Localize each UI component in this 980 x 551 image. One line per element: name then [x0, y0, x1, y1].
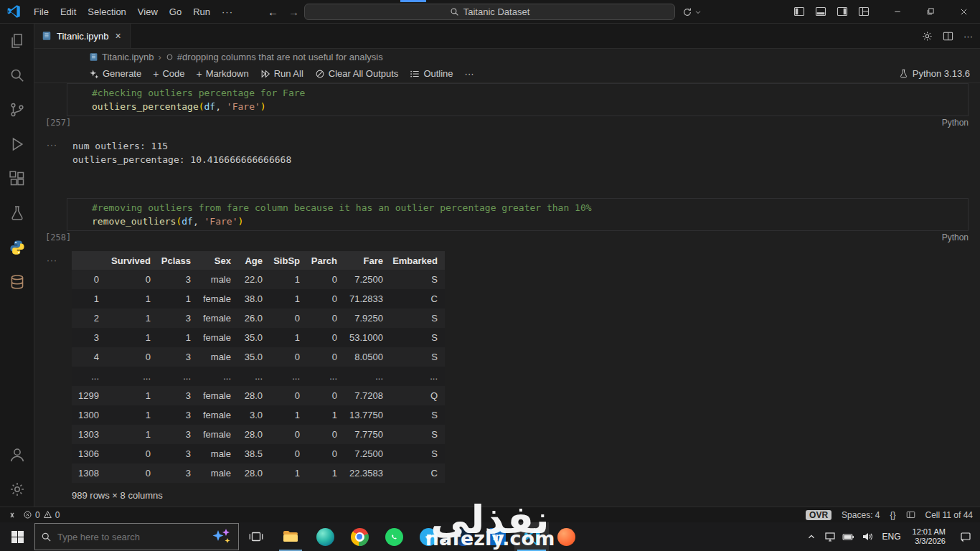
kernel-beaker-icon — [899, 69, 908, 78]
kernel-restart-dropdown[interactable] — [682, 0, 702, 24]
table-cell: ... — [238, 371, 270, 382]
tray-chevron-up-icon[interactable] — [802, 522, 821, 551]
table-cell: 3 — [158, 429, 198, 440]
split-editor-icon[interactable] — [943, 31, 953, 42]
editor-more-actions-icon[interactable]: ··· — [963, 31, 973, 42]
table-row: 1308 0 3 male 28.0 1 1 22.3583 C — [72, 463, 445, 483]
breadcrumb-cell[interactable]: #dropping columns that are not useful fo… — [166, 52, 383, 62]
output-collapse-icon[interactable]: ··· — [47, 255, 57, 265]
search-input[interactable] — [57, 532, 205, 542]
table-cell: 3 — [158, 274, 198, 285]
overtype-indicator[interactable]: OVR — [806, 510, 831, 520]
outline-button[interactable]: Outline — [410, 68, 453, 79]
run-debug-icon[interactable] — [0, 127, 34, 161]
table-cell: C — [390, 293, 445, 304]
windows-logo-icon — [11, 531, 24, 543]
table-header-cell: Survived — [106, 255, 158, 266]
source-control-icon[interactable] — [0, 93, 34, 127]
menu-item[interactable]: Go — [164, 4, 187, 20]
menu-item[interactable]: View — [132, 4, 164, 20]
customize-layout-icon[interactable] — [858, 6, 870, 17]
keyboard-language-indicator[interactable]: ENG — [877, 532, 907, 542]
back-arrow-icon[interactable]: ← — [268, 6, 278, 18]
telegram-button[interactable] — [411, 522, 446, 551]
volume-icon[interactable] — [858, 522, 877, 551]
output-collapse-icon[interactable]: ··· — [47, 140, 57, 150]
tab-titanic-ipynb[interactable]: Titanic.ipynb × — [34, 24, 131, 48]
clear-all-outputs-button[interactable]: Clear All Outputs — [315, 68, 399, 79]
chevron-down-icon — [694, 9, 702, 16]
kernel-picker[interactable]: Python 3.13.6 — [899, 68, 980, 79]
edge-browser-button[interactable] — [308, 522, 342, 551]
refresh-icon — [682, 7, 692, 17]
code-cell-257[interactable]: #checking outliers percentage for Fare o… — [67, 83, 969, 116]
notebook-toolbar: Generate +Code +Markdown Run All Clear A… — [34, 65, 980, 83]
notebook-settings-gear-icon[interactable] — [922, 31, 933, 42]
start-button[interactable] — [0, 522, 34, 551]
menu-item[interactable]: Edit — [55, 4, 82, 20]
layout-icon[interactable] — [906, 510, 915, 519]
testing-beaker-icon[interactable] — [0, 196, 34, 230]
tab-close-icon[interactable]: × — [114, 30, 123, 42]
task-view-button[interactable] — [239, 522, 273, 551]
clock[interactable]: 12:01 AM 3/3/2026 — [907, 527, 951, 546]
taskbar-search[interactable] — [34, 523, 239, 550]
dark-app-button[interactable] — [446, 522, 480, 551]
code-cell-258[interactable]: #removing outliers from fare column beca… — [67, 198, 969, 231]
account-icon[interactable] — [0, 438, 34, 472]
menu-item[interactable]: Selection — [82, 4, 131, 20]
minimize-button[interactable] — [881, 0, 914, 24]
toggle-sidebar-right-icon[interactable] — [837, 6, 848, 17]
close-window-button[interactable] — [947, 0, 980, 24]
battery-icon[interactable] — [839, 522, 858, 551]
run-all-button[interactable]: Run All — [260, 68, 303, 79]
cell-language-picker[interactable]: Python — [942, 232, 969, 242]
menu-overflow-button[interactable]: ··· — [216, 4, 239, 20]
table-cell: female — [198, 293, 238, 304]
search-value: Taitanic Dataset — [463, 6, 530, 17]
search-sidebar-icon[interactable] — [0, 58, 34, 93]
folder-icon — [281, 527, 300, 546]
python-icon[interactable] — [0, 230, 34, 265]
command-center-search[interactable]: Taitanic Dataset — [304, 4, 675, 20]
cell-language-picker[interactable]: Python — [942, 118, 969, 128]
table-cell: 1 — [106, 313, 158, 324]
orange-app-button[interactable] — [549, 522, 583, 551]
menu-item[interactable]: File — [28, 4, 55, 20]
whatsapp-button[interactable] — [377, 522, 411, 551]
database-icon[interactable] — [0, 265, 34, 299]
vscode-icon — [523, 528, 541, 546]
add-code-button[interactable]: +Code — [153, 68, 184, 80]
restore-button[interactable] — [914, 0, 947, 24]
table-cell: ... — [307, 371, 344, 382]
explorer-icon[interactable] — [0, 24, 34, 58]
settings-gear-icon[interactable] — [0, 472, 34, 507]
forward-arrow-icon[interactable]: → — [288, 6, 299, 18]
braces-indicator[interactable]: {} — [890, 510, 895, 520]
toggle-panel-icon[interactable] — [815, 6, 826, 17]
toolbar-more-actions-icon[interactable]: ··· — [465, 68, 474, 79]
generate-button[interactable]: Generate — [89, 68, 141, 79]
menu-item[interactable]: Run — [187, 4, 216, 20]
table-cell: 3 — [158, 390, 198, 401]
indentation-indicator[interactable]: Spaces: 4 — [842, 510, 880, 520]
cell-position-indicator[interactable]: Cell 11 of 44 — [925, 510, 974, 520]
table-row: 4 0 3 male 35.0 0 0 8.0500 S — [72, 347, 445, 367]
action-center-button[interactable] — [951, 522, 980, 551]
table-cell: 3 — [158, 352, 198, 362]
progress-bar — [400, 0, 426, 2]
table-cell: S — [390, 410, 445, 420]
linkedin-button[interactable]: in — [480, 522, 514, 551]
linkedin-icon: in — [489, 528, 506, 545]
toggle-sidebar-left-icon[interactable] — [793, 6, 805, 17]
add-markdown-button[interactable]: +Markdown — [196, 68, 248, 80]
copilot-sparkle-icon[interactable] — [211, 527, 232, 546]
extensions-icon[interactable] — [0, 161, 34, 196]
chrome-button[interactable] — [342, 522, 377, 551]
vscode-taskbar-button[interactable] — [514, 522, 549, 551]
remote-window-icon[interactable] — [7, 510, 17, 520]
problems-indicator[interactable]: 0 0 — [23, 510, 60, 520]
file-explorer-button[interactable] — [273, 522, 308, 551]
network-icon[interactable] — [821, 522, 839, 551]
breadcrumb-file[interactable]: Titanic.ipynb — [89, 52, 154, 62]
